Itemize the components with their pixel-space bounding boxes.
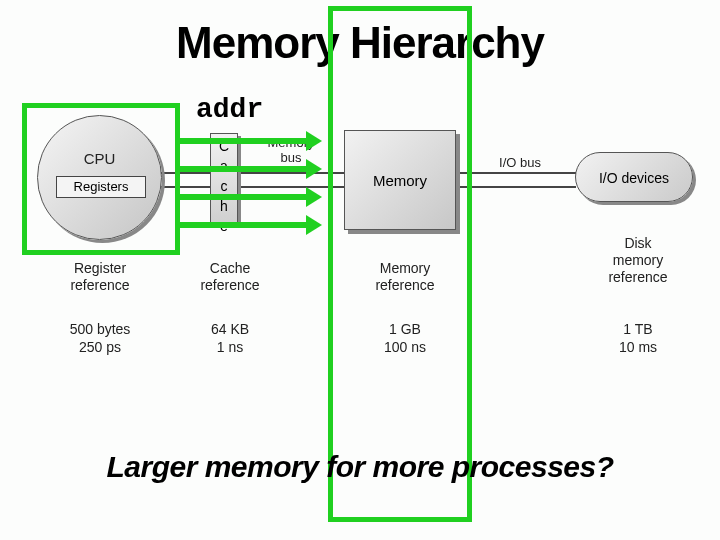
addr-label: addr [196, 94, 263, 125]
register-size: 500 bytes [70, 321, 131, 337]
io-devices-block: I/O devices [575, 152, 693, 202]
bus-mem-io-lower [456, 186, 576, 188]
highlight-memory-column [328, 6, 472, 522]
register-reference-label: Register reference [60, 260, 140, 294]
disk-spec: 1 TB 10 ms [598, 320, 678, 356]
disk-reference-label: Disk memory reference [598, 235, 678, 286]
disk-latency: 10 ms [619, 339, 657, 355]
bus-mem-io-upper [456, 172, 576, 174]
subtitle: Larger memory for more processes? [0, 450, 720, 484]
disk-size: 1 TB [623, 321, 652, 337]
cache-letter: C [211, 134, 237, 154]
cache-reference-label: Cache reference [190, 260, 270, 294]
register-latency: 250 ps [79, 339, 121, 355]
cache-block: C a c h e [210, 133, 238, 225]
arrow-addr-3 [180, 194, 308, 200]
arrow-addr-1 [180, 138, 308, 144]
cache-letter: c [211, 174, 237, 194]
cache-size: 64 KB [211, 321, 249, 337]
highlight-cpu [22, 103, 180, 255]
cache-spec: 64 KB 1 ns [190, 320, 270, 356]
register-spec: 500 bytes 250 ps [55, 320, 145, 356]
arrow-addr-4 [180, 222, 308, 228]
cache-latency: 1 ns [217, 339, 243, 355]
io-bus-label: I/O bus [490, 155, 550, 170]
arrow-addr-2 [180, 166, 308, 172]
